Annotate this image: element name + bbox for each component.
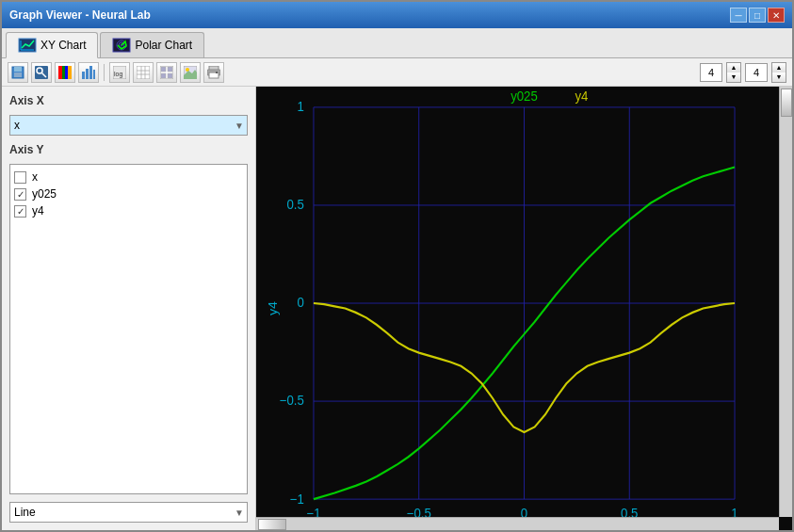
- tab-polar-label: Polar Chart: [135, 39, 192, 52]
- svg-text:y025: y025: [510, 89, 538, 105]
- axis-y-item-y025: y025: [14, 185, 243, 202]
- minimize-button[interactable]: ─: [730, 8, 747, 23]
- spinner-group-2: 4 ▲ ▼: [745, 62, 786, 83]
- spinner-1-down[interactable]: ▼: [727, 73, 740, 82]
- checkbox-y025[interactable]: [14, 188, 26, 201]
- toolbar-save-btn[interactable]: [8, 62, 28, 83]
- axis-y-label: Axis Y: [9, 143, 248, 156]
- chart-area: 1 0.5 0 −0.5 −1 y4 −1 −0.5 0 0.5 1 x y02…: [256, 87, 792, 530]
- main-content: Axis X x ▼ Axis Y x y025 y4: [2, 87, 792, 530]
- title-controls: ─ □ ✕: [730, 8, 785, 23]
- image-icon: [184, 66, 197, 79]
- toolbar-image-btn[interactable]: [180, 62, 201, 83]
- toolbar-log-btn[interactable]: log: [109, 62, 130, 83]
- axis-y-item-y025-label: y025: [32, 187, 57, 201]
- zoom-icon: [35, 66, 48, 79]
- window-title: Graph Viewer - Neural Lab: [9, 8, 151, 22]
- axis-y-item-x: x: [14, 169, 243, 185]
- svg-rect-31: [161, 73, 166, 78]
- svg-rect-17: [82, 72, 85, 79]
- spinner-2-input[interactable]: 4: [745, 63, 768, 82]
- axis-x-select[interactable]: x: [9, 115, 248, 136]
- svg-rect-32: [168, 73, 172, 78]
- toolbar-grid-btn[interactable]: [133, 62, 154, 83]
- spinner-2-up[interactable]: ▲: [772, 63, 786, 73]
- spinner-1-up[interactable]: ▲: [727, 63, 740, 73]
- main-window: Graph Viewer - Neural Lab ─ □ ✕ XY Chart: [0, 0, 794, 532]
- toolbar-color-btn[interactable]: [55, 62, 75, 83]
- spinner-1-arrows: ▲ ▼: [726, 62, 741, 83]
- toolbar-chart-btn[interactable]: [78, 62, 99, 83]
- chart-svg: 1 0.5 0 −0.5 −1 y4 −1 −0.5 0 0.5 1 x y02…: [256, 87, 792, 530]
- svg-text:−0.5: −0.5: [280, 394, 304, 409]
- svg-rect-14: [62, 66, 65, 79]
- chart-type-wrapper: Line Bar Scatter ▼: [9, 502, 248, 523]
- axis-x-label: Axis X: [9, 94, 248, 107]
- xy-chart-icon: [18, 38, 37, 53]
- svg-rect-20: [93, 70, 95, 79]
- svg-rect-37: [209, 73, 219, 78]
- svg-text:log: log: [114, 71, 122, 78]
- svg-rect-19: [89, 66, 92, 79]
- svg-rect-18: [86, 69, 89, 79]
- toolbar-right: 4 ▲ ▼ 4 ▲ ▼: [700, 62, 786, 83]
- chart-vscrollbar[interactable]: [779, 87, 792, 517]
- title-bar: Graph Viewer - Neural Lab ─ □ ✕: [2, 2, 792, 28]
- tab-bar: XY Chart Polar Chart: [2, 28, 792, 58]
- svg-rect-13: [58, 66, 62, 79]
- chart-hscroll-thumb[interactable]: [258, 519, 286, 530]
- svg-rect-8: [14, 67, 22, 72]
- axis-y-list: x y025 y4: [9, 164, 248, 494]
- log-icon: log: [113, 66, 126, 79]
- svg-text:−1: −1: [290, 492, 304, 507]
- color-icon: [58, 66, 72, 79]
- svg-rect-16: [68, 66, 72, 79]
- chart-type-select[interactable]: Line Bar Scatter: [9, 502, 248, 523]
- axis-x-select-wrapper: x ▼: [9, 115, 248, 136]
- svg-text:y4: y4: [267, 301, 280, 315]
- chart-icon: [82, 66, 95, 79]
- toolbar-zoom-btn[interactable]: [31, 62, 52, 83]
- grid-icon: [137, 66, 150, 79]
- svg-rect-9: [14, 73, 22, 77]
- tab-xy-label: XY Chart: [41, 39, 86, 52]
- axis-y-item-x-label: x: [32, 170, 38, 184]
- svg-text:0.5: 0.5: [286, 198, 304, 213]
- close-button[interactable]: ✕: [768, 8, 785, 23]
- save-icon: [11, 66, 24, 79]
- maximize-button[interactable]: □: [749, 8, 766, 23]
- tab-xy[interactable]: XY Chart: [6, 32, 98, 58]
- toolbar-grid2-btn[interactable]: [156, 62, 177, 83]
- axis-y-item-y4-label: y4: [32, 204, 44, 218]
- spinner-2-arrows: ▲ ▼: [771, 62, 786, 83]
- grid2-icon: [160, 66, 173, 79]
- left-panel: Axis X x ▼ Axis Y x y025 y4: [2, 87, 256, 530]
- axis-y-item-y4: y4: [14, 202, 243, 219]
- tab-polar[interactable]: Polar Chart: [100, 32, 204, 57]
- svg-text:0: 0: [297, 296, 304, 311]
- polar-chart-icon: [112, 38, 131, 53]
- spinner-2-down[interactable]: ▼: [772, 73, 786, 82]
- toolbar: log: [2, 58, 792, 87]
- svg-text:y4: y4: [575, 89, 588, 105]
- spinner-1-input[interactable]: 4: [700, 63, 722, 82]
- svg-rect-29: [161, 67, 166, 72]
- checkbox-x[interactable]: [14, 171, 26, 184]
- chart-hscrollbar[interactable]: [256, 517, 779, 530]
- checkbox-y4[interactable]: [14, 205, 26, 218]
- svg-point-38: [216, 72, 218, 73]
- toolbar-sep1: [104, 64, 105, 81]
- toolbar-print-btn[interactable]: [203, 62, 224, 83]
- chart-vscroll-thumb[interactable]: [781, 89, 792, 117]
- svg-rect-23: [137, 66, 150, 79]
- svg-rect-30: [168, 67, 172, 72]
- print-icon: [207, 66, 220, 79]
- spinner-group-1: 4 ▲ ▼: [700, 62, 741, 83]
- svg-text:1: 1: [297, 100, 303, 115]
- svg-rect-15: [65, 66, 68, 79]
